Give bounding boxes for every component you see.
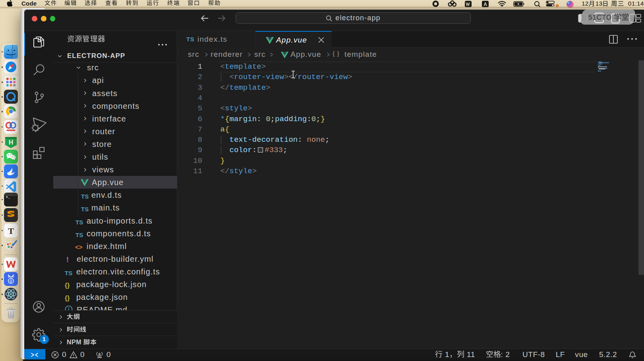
svg-text:H: H — [8, 139, 13, 146]
svg-text:T: T — [8, 226, 14, 236]
svg-text:A: A — [483, 1, 487, 7]
svg-text:>_: >_ — [6, 195, 10, 199]
